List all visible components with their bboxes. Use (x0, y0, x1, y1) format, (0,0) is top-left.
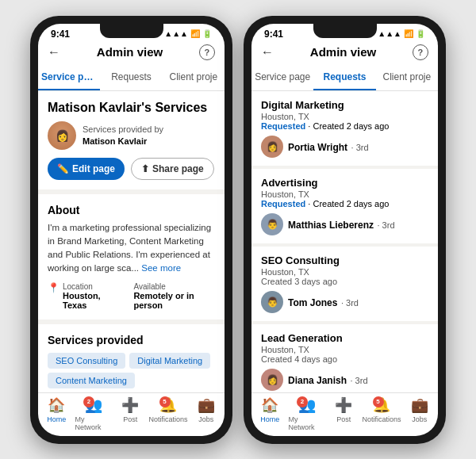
bottom-nav-2: 🏠 Home 👥 2 My Network ➕ Post 🔔 5 Notific… (251, 392, 438, 436)
availability-info: Available Remotely or in person (133, 282, 215, 310)
edit-page-button[interactable]: ✏️ Edit page (48, 158, 125, 180)
nav-network-1[interactable]: 👥 2 My Network (75, 396, 113, 431)
phones-container: 9:41 ▲▲▲ 📶 🔋 ← Admin view ? Service page… (30, 16, 446, 444)
about-section: About I'm a marketing professional speci… (38, 194, 225, 319)
profile-sub-text: Services provided by Matison Kavlair (83, 124, 163, 147)
services-section: Services provided SEO Consulting Digital… (38, 324, 225, 392)
post-icon-2: ➕ (335, 396, 352, 414)
post-label-2: Post (336, 415, 351, 423)
status-time-2: 9:41 (264, 29, 283, 40)
post-label-1: Post (123, 415, 137, 423)
home-label-1: Home (47, 415, 66, 423)
tab-client-projects-2[interactable]: Client proje (376, 65, 438, 90)
nav-network-2[interactable]: 👥 2 My Network (289, 396, 326, 431)
page-title-1: Admin view (97, 45, 163, 59)
back-button-1[interactable]: ← (48, 45, 60, 59)
req-avatar-face-2: 👨 (261, 291, 283, 313)
location-value: Houston, Texas (63, 291, 117, 310)
tag-content[interactable]: Content Marketing (48, 373, 135, 388)
signal-icon-1: ▲▲▲ (164, 29, 188, 38)
jobs-label-2: Jobs (412, 415, 427, 423)
req-user-info-0: Portia Wright · 3rd (288, 140, 369, 154)
status-icons-1: ▲▲▲ 📶 🔋 (164, 29, 212, 38)
jobs-label-1: Jobs (198, 415, 213, 423)
profile-section: Matison Kavlair's Services 👩 Services pr… (38, 91, 225, 189)
tab-requests-1[interactable]: Requests (100, 65, 162, 90)
req-user-name-3: Diana Janish (288, 375, 347, 386)
tag-digital[interactable]: Digital Marketing (129, 353, 210, 369)
help-button-2[interactable]: ? (413, 44, 428, 60)
location-info: 📍 Location Houston, Texas (48, 282, 117, 310)
header-2: ← Admin view ? (251, 41, 438, 65)
network-badge-1: 2 (83, 396, 94, 407)
share-icon: ⬆ (141, 163, 149, 174)
request-location-3: Houston, TX (261, 345, 428, 354)
req-degree-0: · 3rd (351, 143, 369, 152)
nav-jobs-2[interactable]: 💼 Jobs (401, 396, 438, 431)
request-service-1: Advertising (261, 177, 428, 189)
phone-2-screen: 9:41 ▲▲▲ 📶 🔋 ← Admin view ? Service page… (251, 24, 438, 436)
request-location-2: Houston, TX (261, 267, 428, 277)
about-title: About (48, 204, 215, 216)
wifi-icon-1: 📶 (190, 29, 200, 38)
home-icon-1: 🏠 (48, 396, 65, 414)
location-icon: 📍 (48, 282, 60, 293)
profile-title: Matison Kavlair's Services (48, 101, 215, 115)
battery-icon-1: 🔋 (202, 29, 212, 38)
signal-icon-2: ▲▲▲ (378, 29, 401, 38)
req-user-name-1: Matthias Lieberenz (288, 220, 374, 231)
status-icons-2: ▲▲▲ 📶 🔋 (378, 29, 425, 38)
battery-icon-2: 🔋 (416, 29, 425, 38)
notifications-label-2: Notifications (363, 415, 401, 423)
info-row: 📍 Location Houston, Texas Available Remo… (48, 282, 215, 310)
nav-post-2[interactable]: ➕ Post (325, 396, 363, 431)
request-user-3: 👩 Diana Janish · 3rd (261, 369, 428, 391)
share-page-label: Share page (152, 163, 204, 174)
req-avatar-2: 👨 (261, 291, 283, 313)
nav-home-1[interactable]: 🏠 Home (38, 396, 75, 431)
request-item-2: SEO Consulting Houston, TX Created 3 day… (251, 247, 438, 321)
tag-seo[interactable]: SEO Consulting (48, 353, 125, 369)
tab-service-page-2[interactable]: Service page (251, 65, 313, 90)
status-created-0: · Created 2 days ago (308, 121, 389, 131)
about-body: I'm a marketing professional specializin… (48, 223, 211, 273)
tab-service-page-1[interactable]: Service page (38, 65, 100, 90)
status-label-0: Requested (261, 121, 305, 131)
req-user-info-1: Matthias Lieberenz · 3rd (288, 217, 395, 231)
jobs-icon-2: 💼 (411, 396, 428, 414)
req-degree-1: · 3rd (377, 220, 394, 230)
request-user-2: 👨 Tom Jones · 3rd (261, 291, 428, 313)
location-label: Location (63, 282, 117, 291)
tab-client-projects-1[interactable]: Client proje (163, 65, 225, 90)
avatar-main: 👩 (48, 121, 76, 150)
request-status-2: Created 3 days ago (261, 277, 428, 286)
nav-notifications-1[interactable]: 🔔 5 Notifications (149, 396, 188, 431)
nav-home-2[interactable]: 🏠 Home (251, 396, 289, 431)
see-more-link[interactable]: See more (141, 263, 181, 273)
help-button-1[interactable]: ? (199, 44, 215, 60)
back-button-2[interactable]: ← (261, 45, 274, 59)
nav-notifications-2[interactable]: 🔔 5 Notifications (363, 396, 401, 431)
notifications-badge-1: 5 (159, 396, 171, 407)
notch-1 (100, 24, 163, 38)
home-icon-2: 🏠 (261, 396, 278, 414)
request-service-2: SEO Consulting (261, 254, 428, 266)
wifi-icon-2: 📶 (404, 29, 413, 38)
tabs-1: Service page Requests Client proje (38, 65, 225, 91)
screen-content-1: Matison Kavlair's Services 👩 Services pr… (38, 91, 225, 392)
status-created-1: · Created 2 days ago (308, 199, 389, 208)
network-badge-2: 2 (297, 396, 308, 407)
request-service-0: Digital Marketing (261, 99, 428, 111)
notifications-label-1: Notifications (149, 415, 188, 423)
request-location-1: Houston, TX (261, 189, 428, 199)
share-page-button[interactable]: ⬆ Share page (131, 158, 214, 180)
request-service-3: Lead Generation (261, 332, 428, 344)
req-user-name-2: Tom Jones (288, 297, 337, 308)
nav-jobs-1[interactable]: 💼 Jobs (188, 396, 225, 431)
avatar-face: 👩 (48, 121, 76, 150)
phone-2: 9:41 ▲▲▲ 📶 🔋 ← Admin view ? Service page… (244, 16, 446, 444)
profile-name: Matison Kavlair (83, 136, 163, 147)
tab-requests-2[interactable]: Requests (313, 65, 375, 90)
nav-post-1[interactable]: ➕ Post (112, 396, 149, 431)
availability-label: Available (133, 282, 215, 291)
